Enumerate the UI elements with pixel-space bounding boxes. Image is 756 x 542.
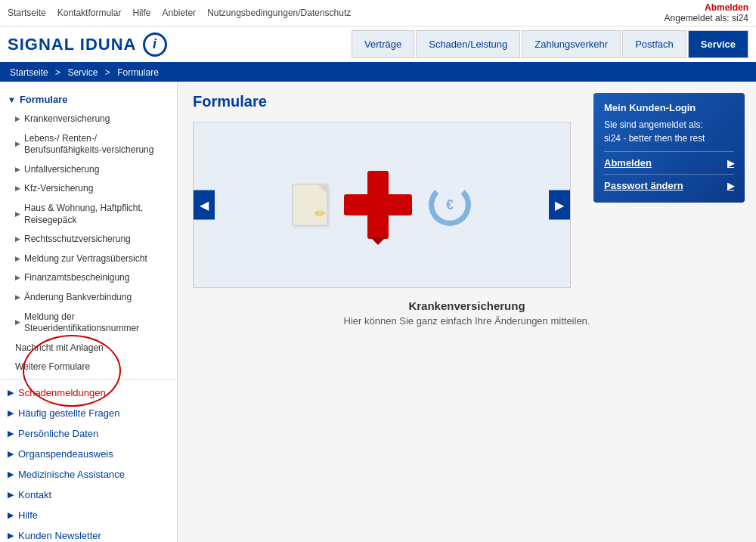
main-nav: Verträge Schaden/Leistung Zahlungsverkeh…: [352, 30, 748, 58]
breadcrumb-service[interactable]: Service: [67, 67, 98, 78]
tri-icon-8: ▶: [15, 293, 20, 302]
user-info: Abmelden Angemeldet als: si24: [665, 2, 748, 23]
tri-icon-2: ▶: [15, 166, 20, 175]
content-area: ▼ Formulare ▶ Krankenversicherung ▶ Lebe…: [0, 82, 756, 542]
sidebar-label-2: Unfallversicherung: [24, 164, 99, 176]
sidebar-label-5: Rechtsschutzversicherung: [24, 234, 131, 246]
sidebar-item-steuer[interactable]: ▶ Meldung der Steueridentifikationsnumme…: [0, 308, 177, 339]
login-box-title: Mein Kunden-Login: [604, 102, 734, 113]
tri-icon-3: ▶: [15, 184, 20, 194]
tri-icon-1: ▶: [15, 140, 20, 149]
login-box-subtitle: Sie sind angemeldet als:: [604, 119, 734, 130]
sidebar-label-0: Krankenversicherung: [24, 113, 110, 125]
logo-icon: i: [143, 33, 167, 57]
tri-icon-9: ▶: [15, 318, 20, 327]
sidebar-item-hilfe[interactable]: ▶ Hilfe: [0, 505, 177, 525]
sidebar-main-label-5: Kontakt: [18, 489, 51, 500]
carousel-next-btn[interactable]: ▶: [549, 190, 570, 220]
sidebar-item-krankenversicherung[interactable]: ▶ Krankenversicherung: [0, 110, 177, 129]
sidebar-item-newsletter[interactable]: ▶ Kunden Newsletter: [0, 525, 177, 542]
nav-nutzungsbedingungen[interactable]: Nutzungsbedingungen/Datenschutz: [207, 8, 351, 18]
sidebar-item-kontakt[interactable]: ▶ Kontakt: [0, 485, 177, 505]
login-abmelden-arrow: ▶: [727, 158, 734, 169]
tri-icon-7: ▶: [15, 274, 20, 283]
sidebar-item-meldung-vertrags[interactable]: ▶ Meldung zur Vertragsübersicht: [0, 249, 177, 269]
sidebar-item-faq[interactable]: ▶ Häufig gestellte Fragen: [0, 403, 177, 423]
tri-icon-6: ▶: [15, 255, 20, 264]
login-box-user: si24 - better then the rest: [604, 133, 734, 144]
sidebar-item-persoenliche-daten[interactable]: ▶ Persönliche Daten: [0, 423, 177, 444]
nav-startseite[interactable]: Startseite: [8, 8, 46, 18]
sidebar-item-unfall[interactable]: ▶ Unfallversicherung: [0, 160, 177, 180]
main-content: Formulare ◀ ✏: [178, 82, 756, 542]
abmelden-link[interactable]: Abmelden: [665, 2, 748, 13]
nav-anbieter[interactable]: Anbieter: [162, 8, 196, 18]
logo-area: SIGNAL IDUNA i: [8, 33, 352, 57]
carousel-subtitle: Hier können Sie ganz einfach Ihre Änderu…: [193, 315, 741, 327]
sidebar-item-schadenmeldungen[interactable]: ▶ Schadenmeldungen: [0, 382, 177, 403]
nav-service[interactable]: Service: [688, 30, 748, 58]
arrow-icon-1: ▶: [8, 408, 14, 418]
sidebar-label-10: Nachricht mit Anlagen: [15, 342, 104, 355]
carousel-item-euro[interactable]: €: [429, 184, 471, 226]
logged-in-label: Angemeldet als: si24: [665, 13, 748, 23]
sidebar-item-organspende[interactable]: ▶ Organspendeausweis: [0, 444, 177, 464]
sidebar-label-11: Weitere Formulare: [15, 361, 90, 373]
nav-vertraege[interactable]: Verträge: [352, 30, 414, 58]
top-nav: Startseite Kontaktformular Hilfe Anbiete…: [8, 8, 351, 18]
sidebar-main-label-2: Persönliche Daten: [18, 428, 98, 439]
sidebar-formulare-label: Formulare: [20, 94, 68, 105]
nav-kontaktformular[interactable]: Kontaktformular: [57, 8, 122, 18]
sidebar-main-label-7: Kunden Newsletter: [18, 530, 101, 541]
sidebar-label-6: Meldung zur Vertragsübersicht: [24, 253, 147, 265]
sidebar-item-lebens[interactable]: ▶ Lebens-/ Renten-/ Berufsunfähigkeits-v…: [0, 129, 177, 160]
header: SIGNAL IDUNA i Verträge Schaden/Leistung…: [0, 26, 756, 63]
login-box-passwort-link[interactable]: Passwort ändern ▶: [604, 178, 734, 194]
breadcrumb-formulare: Formulare: [117, 67, 159, 78]
sidebar-main-label-0: Schadenmeldungen: [18, 387, 106, 398]
tri-icon-4: ▶: [15, 210, 20, 219]
nav-schaden[interactable]: Schaden/Leistung: [416, 30, 520, 58]
breadcrumb-startseite[interactable]: Startseite: [10, 67, 48, 78]
nav-hilfe[interactable]: Hilfe: [132, 8, 150, 18]
carousel-caption: Krankenversicherung Hier können Sie ganz…: [193, 299, 741, 327]
nav-zahlungsverkehr[interactable]: Zahlungsverkehr: [522, 30, 621, 58]
tri-icon-5: ▶: [15, 235, 20, 244]
nav-postfach[interactable]: Postfach: [622, 30, 686, 58]
logo-text: SIGNAL IDUNA: [8, 35, 137, 54]
login-passwort-label: Passwort ändern: [604, 180, 683, 191]
sidebar-main-label-6: Hilfe: [18, 509, 38, 521]
carousel-prev-btn[interactable]: ◀: [194, 190, 215, 220]
sidebar-item-haus[interactable]: ▶ Haus & Wohnung, Haftpflicht, Reisegepä…: [0, 199, 177, 230]
sidebar-item-rechtsschutz[interactable]: ▶ Rechtsschutzversicherung: [0, 230, 177, 249]
arrow-icon-3: ▶: [8, 449, 14, 459]
carousel-item-doc[interactable]: ✏: [292, 184, 328, 226]
breadcrumb-sep2: >: [105, 67, 110, 78]
login-box-abmelden-link[interactable]: Abmelden ▶: [604, 155, 734, 171]
sidebar-main-label-1: Häufig gestellte Fragen: [18, 407, 119, 419]
sidebar-item-medizinische[interactable]: ▶ Medizinische Assistance: [0, 464, 177, 485]
login-passwort-arrow: ▶: [727, 181, 734, 191]
sidebar-item-kfz[interactable]: ▶ Kfz-Versicherung: [0, 179, 177, 199]
sidebar-item-nachricht[interactable]: Nachricht mit Anlagen: [0, 339, 177, 358]
login-box-divider-2: [604, 174, 734, 175]
sidebar-label-4: Haus & Wohnung, Haftpflicht, Reisegepäck: [24, 203, 169, 226]
sidebar-label-3: Kfz-Versicherung: [24, 183, 93, 195]
sidebar-item-bankverbindung[interactable]: ▶ Änderung Bankverbindung: [0, 288, 177, 308]
carousel-item-cross[interactable]: [344, 171, 412, 239]
carousel: ◀ ✏: [193, 122, 571, 288]
tri-icon-0: ▶: [15, 115, 20, 124]
sidebar-item-finanzamt[interactable]: ▶ Finanzamtsbescheinigung: [0, 268, 177, 288]
arrow-icon-4: ▶: [8, 469, 14, 479]
sidebar-main-label-3: Organspendeausweis: [18, 448, 113, 460]
sidebar-label-8: Änderung Bankverbindung: [24, 292, 132, 304]
triangle-down-icon: ▼: [8, 95, 16, 104]
sidebar-item-weitere[interactable]: Weitere Formulare: [0, 358, 177, 377]
sidebar-label-1: Lebens-/ Renten-/ Berufsunfähigkeits-ver…: [24, 133, 169, 156]
arrow-icon-2: ▶: [8, 429, 14, 438]
login-abmelden-label: Abmelden: [604, 157, 652, 169]
arrow-icon-0: ▶: [8, 388, 14, 398]
arrow-icon-7: ▶: [8, 531, 14, 540]
euro-rotate-icon: €: [429, 184, 471, 226]
sidebar-section-formulare[interactable]: ▼ Formulare: [0, 89, 177, 110]
